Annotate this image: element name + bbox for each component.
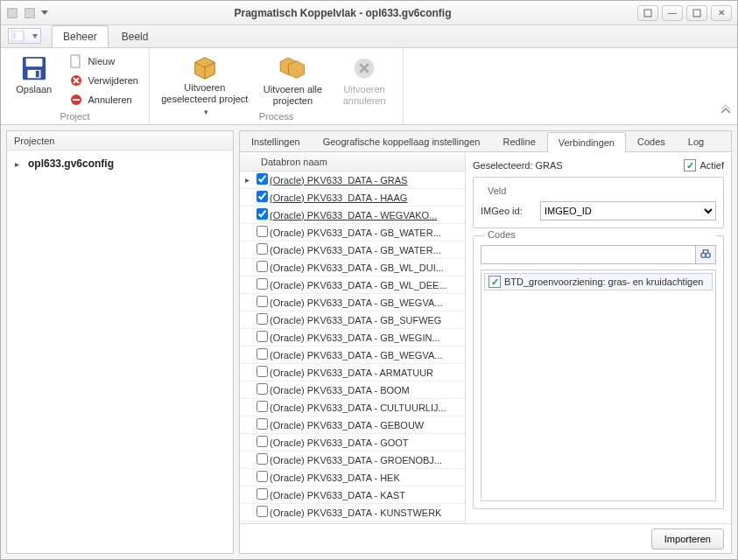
codes-search-button[interactable]: [695, 245, 716, 264]
row-indicator-icon: ▸: [240, 175, 254, 185]
datasource-row[interactable]: (Oracle) PKV633_DATA - GB_WEGVA...: [240, 294, 465, 312]
collapse-ribbon-icon[interactable]: [720, 104, 732, 119]
row-checkbox[interactable]: [254, 418, 270, 432]
row-checkbox[interactable]: [254, 261, 270, 275]
tab-beheer[interactable]: Beheer: [52, 25, 109, 47]
qat-button-2[interactable]: [24, 7, 36, 19]
datasource-row[interactable]: (Oracle) PKV633_DATA - GB_WATER...: [240, 242, 465, 259]
datasource-row[interactable]: (Oracle) PKV633_DATA - HEK: [240, 469, 465, 486]
codes-fieldset: Codes ✓ BTD_groenvoorziening: gras- en k…: [473, 235, 724, 509]
row-checkbox[interactable]: [254, 278, 270, 292]
datasource-row[interactable]: ▸(Oracle) PKV633_DATA - GRAS: [240, 172, 465, 189]
tab-log[interactable]: Log: [677, 131, 715, 151]
datasource-row[interactable]: (Oracle) PKV633_DATA - GB_WEGVA...: [240, 346, 465, 364]
tab-geokoppel[interactable]: Geografische koppellaag instellingen: [312, 131, 492, 151]
datasource-row[interactable]: (Oracle) PKV633_DATA - ARMATUUR: [240, 364, 465, 382]
datasource-header[interactable]: Databron naam: [240, 152, 465, 172]
row-label: (Oracle) PKV633_DATA - GROENOBJ...: [270, 455, 465, 466]
svg-rect-5: [13, 32, 16, 39]
row-checkbox[interactable]: [254, 296, 270, 310]
row-checkbox[interactable]: [254, 436, 270, 450]
row-checkbox[interactable]: [254, 506, 270, 520]
run-all-label: Uitvoeren alle projecten: [261, 84, 326, 107]
run-selected-button[interactable]: Uitvoeren geselecteerd project▾: [157, 52, 253, 109]
row-checkbox[interactable]: [254, 488, 270, 502]
run-selected-label: Uitvoeren geselecteerd project: [159, 82, 250, 105]
row-checkbox[interactable]: [254, 453, 270, 467]
datasource-row[interactable]: (Oracle) PKV633_DATA - KAST: [240, 486, 465, 504]
tab-redline[interactable]: Redline: [491, 131, 546, 151]
datasource-row[interactable]: (Oracle) PKV633_DATA - HAAG: [240, 189, 465, 206]
run-all-button[interactable]: Uitvoeren alle projecten: [258, 52, 328, 109]
datasource-row[interactable]: (Oracle) PKV633_DATA - GOOT: [240, 434, 465, 452]
close-button[interactable]: ✕: [711, 5, 732, 21]
datasource-row[interactable]: (Oracle) PKV633_DATA - GB_WL_DUI...: [240, 259, 465, 276]
datasource-scroll[interactable]: ▸(Oracle) PKV633_DATA - GRAS(Oracle) PKV…: [240, 172, 465, 523]
maximize-button[interactable]: [686, 5, 707, 21]
project-arrow-icon: ▸: [11, 159, 23, 169]
import-button[interactable]: Importeren: [651, 528, 724, 550]
row-label: (Oracle) PKV633_DATA - BOOM: [270, 385, 465, 396]
datasource-row[interactable]: (Oracle) PKV633_DATA - GB_SUFWEG: [240, 312, 465, 329]
ribbon-tabs: Beheer Beeld: [1, 25, 737, 48]
detail-body: Databron naam ▸(Oracle) PKV633_DATA - GR…: [240, 152, 731, 523]
svg-rect-2: [644, 10, 651, 17]
actief-checkbox[interactable]: ✓ Actief: [684, 159, 724, 172]
row-label: (Oracle) PKV633_DATA - GB_WATER...: [270, 228, 465, 238]
window-title: Pragmatisch Koppelvlak - opl633.gv6confi…: [53, 7, 632, 19]
datasource-row[interactable]: (Oracle) PKV633_DATA - BOOM: [240, 382, 465, 399]
tab-instellingen[interactable]: Instellingen: [240, 131, 312, 151]
row-label: (Oracle) PKV633_DATA - GB_WATER...: [270, 245, 465, 256]
row-checkbox[interactable]: [254, 401, 270, 415]
row-checkbox[interactable]: [254, 313, 270, 327]
minimize-button[interactable]: —: [662, 5, 683, 21]
datasource-row[interactable]: (Oracle) PKV633_DATA - GB_WL_DEE...: [240, 276, 465, 294]
row-checkbox[interactable]: [254, 173, 270, 187]
row-checkbox[interactable]: [254, 243, 270, 257]
title-bar: Pragmatisch Koppelvlak - opl633.gv6confi…: [1, 1, 737, 25]
tab-codes[interactable]: Codes: [626, 131, 677, 151]
svg-point-16: [706, 253, 710, 257]
tab-verbindingen[interactable]: Verbindingen: [547, 132, 626, 152]
datasource-row[interactable]: (Oracle) PKV633_DATA - KUNSTWERK: [240, 504, 465, 522]
row-checkbox[interactable]: [254, 331, 270, 345]
row-checkbox[interactable]: [254, 366, 270, 380]
group-project-label: Project: [8, 109, 142, 123]
row-checkbox[interactable]: [254, 208, 270, 222]
project-row[interactable]: ▸ opl633.gv6config: [11, 154, 229, 173]
delete-button[interactable]: Verwijderen: [66, 72, 142, 89]
code-item[interactable]: ✓ BTD_groenvoorziening: gras- en kruidac…: [484, 273, 713, 290]
row-label: (Oracle) PKV633_DATA - KUNSTWERK: [270, 508, 465, 518]
datasource-row[interactable]: (Oracle) PKV633_DATA - GEBOUW: [240, 416, 465, 434]
delete-icon: [69, 74, 83, 88]
project-name: opl633.gv6config: [23, 158, 114, 170]
row-checkbox[interactable]: [254, 471, 270, 485]
qat-button-1[interactable]: [6, 7, 18, 19]
view-selector[interactable]: [8, 28, 41, 44]
datasource-row[interactable]: (Oracle) PKV633_DATA - GROENOBJ...: [240, 452, 465, 469]
imgeo-select[interactable]: IMGEO_ID: [540, 201, 716, 220]
datasource-row[interactable]: (Oracle) PKV633_DATA - GB_WEGIN...: [240, 329, 465, 346]
qat-dropdown-icon[interactable]: [41, 10, 48, 15]
save-button[interactable]: Opslaan: [8, 52, 60, 109]
datasource-row[interactable]: (Oracle) PKV633_DATA - GB_WATER...: [240, 224, 465, 242]
restore-secondary-button[interactable]: [637, 5, 658, 21]
svg-rect-7: [25, 59, 42, 66]
datasource-list: Databron naam ▸(Oracle) PKV633_DATA - GR…: [240, 152, 466, 523]
veld-legend: Veld: [484, 186, 510, 196]
content-area: Projecten ▸ opl633.gv6config Instellinge…: [1, 125, 737, 559]
row-checkbox[interactable]: [254, 226, 270, 240]
new-button[interactable]: Nieuw: [66, 52, 142, 70]
veld-fieldset: Veld IMGeo id: IMGEO_ID: [473, 177, 724, 228]
datasource-row[interactable]: (Oracle) PKV633_DATA - WEGVAKO...: [240, 206, 465, 224]
codes-search-input[interactable]: [481, 245, 695, 264]
row-checkbox[interactable]: [254, 348, 270, 362]
binoculars-icon: [699, 248, 712, 262]
datasource-row[interactable]: (Oracle) PKV633_DATA - CULTUURLIJ...: [240, 399, 465, 416]
tab-beeld[interactable]: Beeld: [110, 25, 160, 47]
row-checkbox[interactable]: [254, 383, 270, 397]
selected-label: Geselecteerd: GRAS: [473, 160, 563, 171]
svg-rect-0: [8, 8, 18, 18]
cancel-button[interactable]: Annuleren: [66, 91, 142, 108]
row-checkbox[interactable]: [254, 191, 270, 205]
